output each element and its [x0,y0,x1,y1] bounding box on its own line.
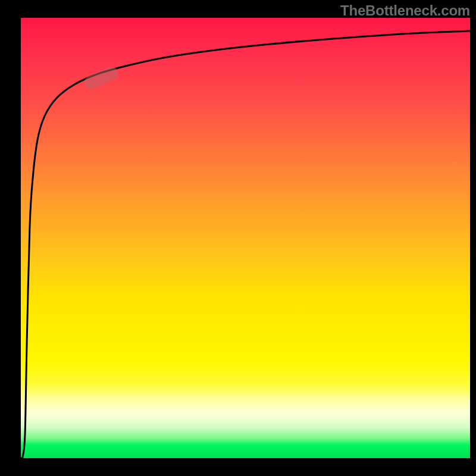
attribution-text: TheBottleneck.com [340,2,470,19]
chart-container: TheBottleneck.com [0,0,476,476]
curve-svg [21,18,470,458]
curve-line [21,31,470,458]
highlight-marker [82,65,120,92]
plot-area [21,18,470,458]
